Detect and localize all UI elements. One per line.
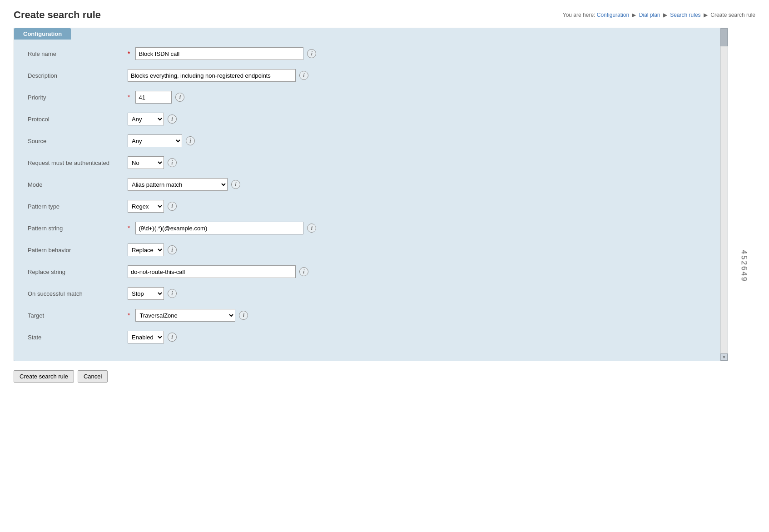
- scrollbar-down[interactable]: ▼: [720, 353, 728, 361]
- info-icon-pattern-behavior[interactable]: i: [168, 245, 177, 254]
- input-replace-string[interactable]: [128, 265, 296, 278]
- label-pattern-string: Pattern string: [28, 225, 128, 232]
- control-pattern-behavior: Replace Strip AddPrefix i: [128, 244, 714, 256]
- config-panel: ▲ ▼ Configuration Rule name * i Des: [14, 28, 728, 361]
- config-tab-label: Configuration: [14, 28, 71, 40]
- select-target[interactable]: TraversalZone DefaultZone LocalZone: [135, 309, 235, 322]
- info-icon-protocol[interactable]: i: [168, 114, 177, 124]
- select-on-success[interactable]: Stop Continue: [128, 287, 164, 300]
- label-state: State: [28, 334, 128, 341]
- form-row-pattern-string: Pattern string * i: [28, 221, 714, 235]
- required-star-pattern-string: *: [128, 224, 130, 232]
- form-row-replace-string: Replace string i: [28, 264, 714, 279]
- label-on-success: On successful match: [28, 290, 128, 297]
- input-description[interactable]: [128, 69, 296, 82]
- info-icon-description[interactable]: i: [299, 71, 308, 80]
- breadcrumb: You are here: Configuration ▶ Dial plan …: [563, 12, 755, 18]
- info-icon-on-success[interactable]: i: [168, 289, 177, 298]
- input-priority[interactable]: [135, 91, 172, 104]
- form-row-on-success: On successful match Stop Continue i: [28, 286, 714, 301]
- form-row-authenticated: Request must be authenticated No Yes i: [28, 155, 714, 170]
- label-pattern-type: Pattern type: [28, 203, 128, 210]
- control-priority: * i: [128, 91, 714, 104]
- label-authenticated: Request must be authenticated: [28, 159, 128, 166]
- info-icon-target[interactable]: i: [239, 311, 248, 320]
- info-icon-replace-string[interactable]: i: [299, 267, 308, 276]
- create-search-rule-button[interactable]: Create search rule: [14, 370, 74, 383]
- breadcrumb-configuration[interactable]: Configuration: [597, 12, 629, 18]
- form-row-protocol: Protocol Any H.323 SIP i: [28, 112, 714, 126]
- label-target: Target: [28, 312, 128, 319]
- vertical-label: 452649: [739, 250, 748, 282]
- input-pattern-string[interactable]: [135, 222, 303, 234]
- breadcrumb-current: Create search rule: [710, 12, 755, 18]
- select-authenticated[interactable]: No Yes: [128, 156, 164, 169]
- control-pattern-type: Regex Prefix Suffix Exact i: [128, 200, 714, 213]
- label-description: Description: [28, 72, 128, 79]
- select-pattern-behavior[interactable]: Replace Strip AddPrefix: [128, 244, 164, 256]
- required-star-priority: *: [128, 94, 130, 101]
- form-row-pattern-type: Pattern type Regex Prefix Suffix Exact i: [28, 199, 714, 214]
- form-row-source: Source Any Registered Unregistered i: [28, 134, 714, 148]
- required-star-target: *: [128, 312, 130, 319]
- select-protocol[interactable]: Any H.323 SIP: [128, 113, 164, 125]
- select-source[interactable]: Any Registered Unregistered: [128, 134, 182, 147]
- breadcrumb-searchrules[interactable]: Search rules: [670, 12, 700, 18]
- control-description: i: [128, 69, 714, 82]
- select-state[interactable]: Enabled Disabled: [128, 331, 164, 343]
- info-icon-priority[interactable]: i: [175, 93, 184, 102]
- label-rule-name: Rule name: [28, 50, 128, 57]
- control-authenticated: No Yes i: [128, 156, 714, 169]
- control-rule-name: * i: [128, 47, 714, 60]
- form-row-priority: Priority * i: [28, 90, 714, 104]
- label-mode: Mode: [28, 181, 128, 188]
- control-replace-string: i: [128, 265, 714, 278]
- info-icon-state[interactable]: i: [168, 333, 177, 342]
- form-row-state: State Enabled Disabled i: [28, 330, 714, 344]
- form-row-rule-name: Rule name * i: [28, 46, 714, 61]
- required-star-rule-name: *: [128, 50, 130, 57]
- label-protocol: Protocol: [28, 116, 128, 123]
- info-icon-source[interactable]: i: [186, 136, 195, 145]
- cancel-button[interactable]: Cancel: [78, 370, 108, 383]
- form-row-target: Target * TraversalZone DefaultZone Local…: [28, 308, 714, 323]
- form-row-description: Description i: [28, 68, 714, 83]
- form-row-pattern-behavior: Pattern behavior Replace Strip AddPrefix…: [28, 243, 714, 257]
- label-pattern-behavior: Pattern behavior: [28, 247, 128, 254]
- breadcrumb-prefix: You are here:: [563, 12, 595, 18]
- control-protocol: Any H.323 SIP i: [128, 113, 714, 125]
- label-priority: Priority: [28, 94, 128, 101]
- label-source: Source: [28, 138, 128, 144]
- scrollbar-thumb[interactable]: [720, 28, 728, 46]
- form-row-mode: Mode Alias pattern match Any alias Unreg…: [28, 177, 714, 192]
- input-rule-name[interactable]: [135, 47, 303, 60]
- config-body: Rule name * i Description i: [14, 40, 728, 361]
- select-mode[interactable]: Alias pattern match Any alias Unregister…: [128, 178, 228, 191]
- page-title: Create search rule: [14, 9, 101, 21]
- select-pattern-type[interactable]: Regex Prefix Suffix Exact: [128, 200, 164, 213]
- control-mode: Alias pattern match Any alias Unregister…: [128, 178, 714, 191]
- control-source: Any Registered Unregistered i: [128, 134, 714, 147]
- info-icon-authenticated[interactable]: i: [168, 158, 177, 167]
- footer-buttons: Create search rule Cancel: [14, 370, 728, 383]
- scrollbar-track[interactable]: ▲ ▼: [720, 28, 728, 361]
- control-on-success: Stop Continue i: [128, 287, 714, 300]
- label-replace-string: Replace string: [28, 268, 128, 275]
- control-state: Enabled Disabled i: [128, 331, 714, 343]
- info-icon-pattern-string[interactable]: i: [307, 224, 316, 233]
- info-icon-mode[interactable]: i: [231, 180, 240, 189]
- control-target: * TraversalZone DefaultZone LocalZone i: [128, 309, 714, 322]
- control-pattern-string: * i: [128, 222, 714, 234]
- info-icon-pattern-type[interactable]: i: [168, 202, 177, 211]
- info-icon-rule-name[interactable]: i: [307, 49, 316, 58]
- breadcrumb-dialplan[interactable]: Dial plan: [639, 12, 660, 18]
